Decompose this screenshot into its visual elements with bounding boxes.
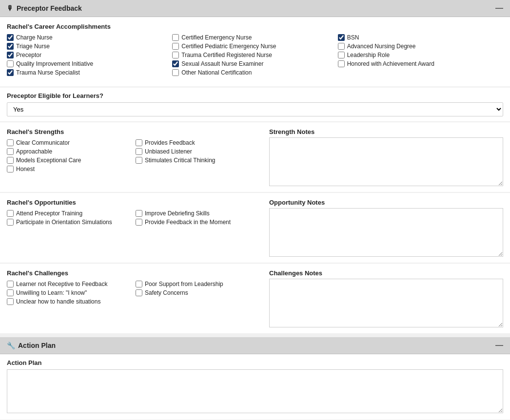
collapse-preceptor-icon[interactable]: —	[495, 4, 503, 13]
triage-nurse-checkbox[interactable]	[7, 43, 14, 50]
attend-preceptor-training-checkbox[interactable]	[7, 210, 14, 217]
unbiased-listener-checkbox[interactable]	[136, 148, 142, 155]
sane-label: Sexual Assault Nurse Examiner	[181, 60, 263, 67]
cpen-checkbox[interactable]	[172, 43, 179, 50]
and-label: Advanced Nursing Degree	[347, 43, 416, 50]
opportunities-left: Rachel's Opportunities Attend Preceptor …	[7, 199, 264, 257]
models-exceptional-care-checkbox[interactable]	[7, 157, 14, 164]
action-plan-header: 🔧 Action Plan —	[0, 337, 510, 354]
approachable-checkbox[interactable]	[7, 148, 14, 155]
opportunity-notes-panel: Opportunity Notes	[269, 199, 503, 257]
list-item: Honored with Achievement Award	[338, 60, 503, 67]
list-item: BSN	[338, 34, 503, 41]
list-item: Preceptor	[7, 52, 172, 58]
strength-notes-label: Strength Notes	[269, 128, 503, 135]
eligible-label: Preceptor Eligible for Learners?	[7, 92, 503, 99]
participate-orientation-simulations-label: Participate in Orientation Simulations	[16, 219, 112, 226]
list-item: Attend Preceptor Training	[7, 210, 136, 217]
charge-nurse-checkbox[interactable]	[7, 34, 14, 41]
preceptor-label: Preceptor	[16, 52, 41, 58]
career-accomplishments-section: Rachel's Career Accomplishments Charge N…	[0, 17, 510, 87]
unclear-how-to-handle-checkbox[interactable]	[7, 298, 14, 305]
models-exceptional-care-label: Models Exceptional Care	[16, 157, 81, 164]
strengths-col1: Clear Communicator Approachable Models E…	[7, 139, 136, 172]
preceptor-checkbox[interactable]	[7, 52, 14, 58]
list-item: Trauma Certified Registered Nurse	[172, 52, 337, 58]
provide-feedback-moment-checkbox[interactable]	[136, 219, 142, 226]
list-item: Models Exceptional Care	[7, 157, 136, 164]
clear-communicator-checkbox[interactable]	[7, 139, 14, 146]
strengths-col2: Provides Feedback Unbiased Listener Stim…	[136, 139, 264, 172]
cpen-label: Certified Pediatric Emergency Nurse	[181, 43, 276, 50]
action-plan-textarea[interactable]	[7, 369, 503, 413]
challenges-title: Rachel's Challenges	[7, 269, 264, 277]
list-item: Certified Pediatric Emergency Nurse	[172, 43, 337, 50]
provides-feedback-checkbox[interactable]	[136, 139, 142, 146]
stimulates-critical-thinking-checkbox[interactable]	[136, 157, 142, 164]
lr-label: Leadership Role	[347, 52, 390, 58]
list-item: Participate in Orientation Simulations	[7, 219, 136, 226]
action-plan-title: Action Plan	[18, 342, 56, 349]
list-item: Unwilling to Learn: "I know"	[7, 289, 136, 296]
poor-support-leadership-label: Poor Support from Leadership	[145, 281, 223, 287]
strengths-title: Rachel's Strengths	[7, 128, 264, 135]
honest-label: Honest	[16, 166, 35, 172]
accomplishments-title: Rachel's Career Accomplishments	[7, 23, 503, 30]
challenges-notes-label: Challenges Notes	[269, 269, 503, 277]
onc-label: Other National Certification	[181, 69, 252, 76]
learner-not-receptive-checkbox[interactable]	[7, 281, 14, 287]
wrench-icon: 🔧	[7, 342, 15, 349]
list-item: Provide Feedback in the Moment	[136, 219, 264, 226]
safety-concerns-checkbox[interactable]	[136, 289, 142, 296]
accomplishments-col3: BSN Advanced Nursing Degree Leadership R…	[338, 34, 503, 76]
list-item: Safety Concerns	[136, 289, 264, 296]
bsn-checkbox[interactable]	[338, 34, 345, 41]
list-item: Triage Nurse	[7, 43, 172, 50]
strength-notes-textarea[interactable]	[269, 137, 503, 186]
challenges-left: Rachel's Challenges Learner not Receptiv…	[7, 269, 264, 327]
poor-support-leadership-checkbox[interactable]	[136, 281, 142, 287]
list-item: Poor Support from Leadership	[136, 281, 264, 287]
list-item: Unclear how to handle situations	[7, 298, 136, 305]
collapse-action-plan-icon[interactable]: —	[495, 341, 503, 350]
improve-debriefing-label: Improve Debriefing Skills	[145, 210, 210, 217]
improve-debriefing-checkbox[interactable]	[136, 210, 142, 217]
opportunity-notes-label: Opportunity Notes	[269, 199, 503, 206]
opportunity-notes-textarea[interactable]	[269, 208, 503, 257]
action-plan-content: Action Plan	[0, 354, 510, 420]
strength-notes-panel: Strength Notes	[269, 128, 503, 186]
lr-checkbox[interactable]	[338, 52, 345, 58]
list-item: Leadership Role	[338, 52, 503, 58]
haa-checkbox[interactable]	[338, 60, 345, 67]
opportunities-col2: Improve Debriefing Skills Provide Feedba…	[136, 210, 264, 226]
tns-checkbox[interactable]	[7, 69, 14, 76]
stimulates-critical-thinking-label: Stimulates Critical Thinking	[145, 157, 216, 164]
eligible-select[interactable]: Yes No Pending	[7, 102, 503, 116]
tns-label: Trauma Nurse Specialist	[16, 69, 80, 76]
provide-feedback-moment-label: Provide Feedback in the Moment	[145, 219, 231, 226]
list-item: Advanced Nursing Degree	[338, 43, 503, 50]
participate-orientation-simulations-checkbox[interactable]	[7, 219, 14, 226]
opportunities-checkboxes: Attend Preceptor Training Participate in…	[7, 210, 264, 226]
sane-checkbox[interactable]	[172, 60, 179, 67]
tcrn-checkbox[interactable]	[172, 52, 179, 58]
unwilling-to-learn-checkbox[interactable]	[7, 289, 14, 296]
provides-feedback-label: Provides Feedback	[145, 139, 195, 146]
honest-checkbox[interactable]	[7, 166, 14, 172]
challenges-notes-textarea[interactable]	[269, 279, 503, 327]
opportunities-section: Rachel's Opportunities Attend Preceptor …	[0, 192, 510, 263]
onc-checkbox[interactable]	[172, 69, 179, 76]
challenges-section: Rachel's Challenges Learner not Receptiv…	[0, 263, 510, 333]
tcrn-label: Trauma Certified Registered Nurse	[181, 52, 272, 58]
list-item: Quality Improvement Initiative	[7, 60, 172, 67]
clear-communicator-label: Clear Communicator	[16, 139, 70, 146]
and-checkbox[interactable]	[338, 43, 345, 50]
cen-label: Certified Emergency Nurse	[181, 34, 252, 41]
bsn-label: BSN	[347, 34, 359, 41]
list-item: Sexual Assault Nurse Examiner	[172, 60, 337, 67]
unbiased-listener-label: Unbiased Listener	[145, 148, 192, 155]
approachable-label: Approachable	[16, 148, 52, 155]
qii-checkbox[interactable]	[7, 60, 14, 67]
accomplishments-grid: Charge Nurse Triage Nurse Preceptor Qual…	[7, 34, 503, 76]
cen-checkbox[interactable]	[172, 34, 179, 41]
